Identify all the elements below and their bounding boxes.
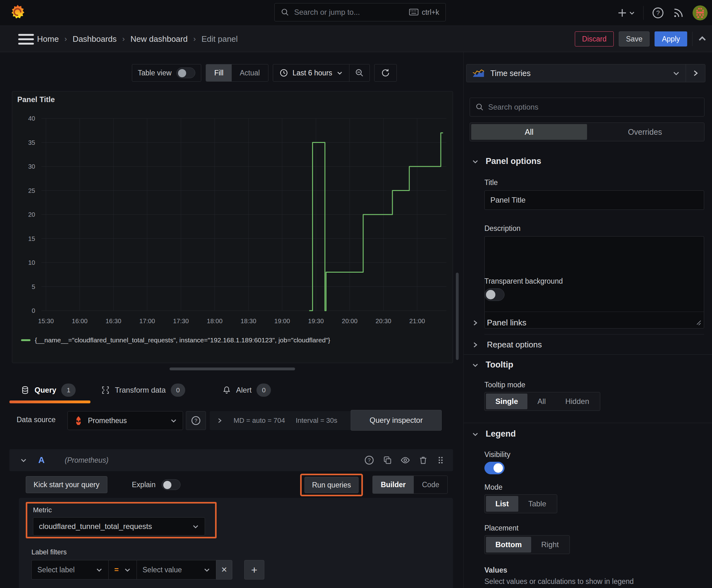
breadcrumb-separator: ›	[64, 35, 67, 43]
global-search-input[interactable]	[294, 8, 404, 17]
panel-links-section[interactable]: Panel links	[472, 318, 526, 328]
tooltip-single-option[interactable]: Single	[486, 394, 527, 409]
delete-query-button[interactable]	[418, 456, 428, 465]
chevron-down-icon	[672, 69, 680, 77]
panel-actions: Discard Save Apply	[575, 26, 707, 52]
query-help-button[interactable]: ?	[364, 455, 374, 465]
new-dashboard-button[interactable]	[618, 8, 635, 18]
placement-bottom-option[interactable]: Bottom	[486, 537, 531, 552]
drag-query-handle[interactable]	[436, 456, 445, 465]
grafana-logo-icon[interactable]	[9, 2, 26, 22]
operator-dropdown[interactable]: =	[108, 560, 136, 580]
datasource-help-button[interactable]: ?	[186, 411, 206, 430]
refresh-button[interactable]	[374, 64, 397, 82]
alert-count-badge: 0	[257, 383, 271, 397]
apply-button[interactable]: Apply	[654, 31, 687, 46]
svg-text:15:30: 15:30	[38, 318, 54, 324]
transparent-background-toggle[interactable]	[484, 288, 504, 301]
svg-text:?: ?	[656, 9, 660, 16]
transparent-background-label: Transparent background	[484, 277, 563, 286]
metric-select[interactable]: cloudflared_tunnel_total_requests	[33, 517, 205, 536]
discard-button[interactable]: Discard	[575, 31, 614, 46]
topbar-actions: ?	[618, 0, 708, 26]
legend-table-option[interactable]: Table	[519, 496, 556, 512]
collapse-options-pane-button[interactable]	[697, 34, 707, 44]
chevron-down-icon	[337, 70, 343, 76]
explain-toggle[interactable]	[162, 479, 180, 490]
builder-option[interactable]: Builder	[373, 476, 414, 493]
textarea-resize-handle[interactable]	[695, 319, 702, 326]
query-ref-id[interactable]: A	[38, 455, 45, 465]
tab-transform-data[interactable]: Transform data 0	[101, 382, 185, 398]
transform-icon	[101, 386, 110, 395]
toggle-query-visibility-button[interactable]	[400, 455, 410, 465]
time-range-picker[interactable]: Last 6 hours	[273, 64, 349, 81]
tooltip-section-header[interactable]: Tooltip	[472, 360, 513, 370]
svg-text:40: 40	[28, 115, 35, 122]
svg-text:20: 20	[28, 211, 35, 218]
tab-all[interactable]: All	[471, 124, 587, 140]
active-tab-underline	[9, 400, 90, 403]
tab-query[interactable]: Query 1	[21, 382, 75, 398]
placement-right-option[interactable]: Right	[532, 537, 568, 552]
legend-item[interactable]: {__name__="cloudflared_tunnel_total_requ…	[21, 336, 330, 344]
breadcrumb-home[interactable]: Home	[37, 34, 59, 44]
help-button[interactable]: ?	[652, 6, 664, 19]
zoom-out-time-button[interactable]	[349, 64, 369, 81]
user-avatar[interactable]	[693, 5, 708, 20]
actual-option[interactable]: Actual	[232, 64, 268, 81]
open-viz-list-button[interactable]	[686, 64, 705, 82]
kick-start-query-button[interactable]: Kick start your query	[26, 476, 107, 493]
fill-option[interactable]: Fill	[206, 64, 231, 81]
add-filter-button[interactable]: +	[244, 560, 264, 580]
tab-alert[interactable]: Alert 0	[222, 382, 271, 398]
tooltip-hidden-option[interactable]: Hidden	[556, 394, 599, 409]
menu-toggle-icon[interactable]	[18, 34, 34, 45]
drag-dots-icon	[436, 456, 445, 465]
repeat-options-section[interactable]: Repeat options	[472, 340, 542, 350]
table-view-label: Table view	[138, 69, 171, 77]
svg-text:18:30: 18:30	[240, 318, 256, 324]
options-search-input[interactable]	[488, 103, 698, 111]
panel-options-header[interactable]: Panel options	[472, 156, 541, 166]
select-label-dropdown[interactable]: Select label	[31, 560, 108, 580]
chevron-down-icon	[170, 417, 177, 424]
svg-text:16:30: 16:30	[106, 318, 121, 324]
visualization-select[interactable]: Time series	[467, 64, 686, 82]
plus-icon	[618, 8, 627, 18]
tooltip-all-option[interactable]: All	[528, 394, 555, 409]
legend-list-option[interactable]: List	[486, 496, 518, 512]
save-button[interactable]: Save	[619, 31, 649, 46]
pane-resize-handle[interactable]	[170, 368, 295, 370]
zoom-out-icon	[355, 68, 364, 77]
query-inspector-button[interactable]: Query inspector	[351, 410, 442, 430]
tooltip-mode-switch: Single All Hidden	[484, 392, 600, 411]
remove-filter-button[interactable]: ✕	[216, 560, 232, 580]
breadcrumb-new-dashboard[interactable]: New dashboard	[131, 34, 188, 44]
duplicate-query-button[interactable]	[383, 456, 392, 465]
bell-icon	[222, 386, 231, 395]
series-color-swatch	[21, 339, 30, 341]
vertical-scrollbar[interactable]	[456, 273, 459, 360]
code-option[interactable]: Code	[414, 476, 447, 493]
legend-visibility-toggle[interactable]	[484, 462, 504, 474]
chevron-right-icon	[472, 341, 479, 348]
legend-section-header[interactable]: Legend	[472, 429, 516, 439]
transform-count-badge: 0	[171, 383, 185, 397]
datasource-label: Data source	[17, 416, 56, 424]
panel-title-input[interactable]	[484, 190, 704, 210]
collapse-query-icon[interactable]	[20, 457, 27, 464]
svg-text:0: 0	[32, 307, 35, 314]
news-button[interactable]	[672, 7, 684, 19]
breadcrumb-dashboards[interactable]: Dashboards	[72, 34, 116, 44]
copy-icon	[383, 456, 392, 465]
query-datasource-hint: (Prometheus)	[65, 456, 108, 465]
max-data-points-stat: MD = auto = 704	[234, 417, 285, 425]
select-value-dropdown[interactable]: Select value	[136, 560, 216, 580]
run-queries-button[interactable]: Run queries	[304, 477, 359, 493]
tooltip-mode-label: Tooltip mode	[484, 381, 525, 389]
datasource-picker[interactable]: Prometheus	[67, 411, 183, 430]
query-builder-body: Metric cloudflared_tunnel_total_requests…	[19, 498, 453, 588]
tab-overrides[interactable]: Overrides	[587, 124, 703, 140]
table-view-toggle[interactable]	[176, 67, 195, 78]
